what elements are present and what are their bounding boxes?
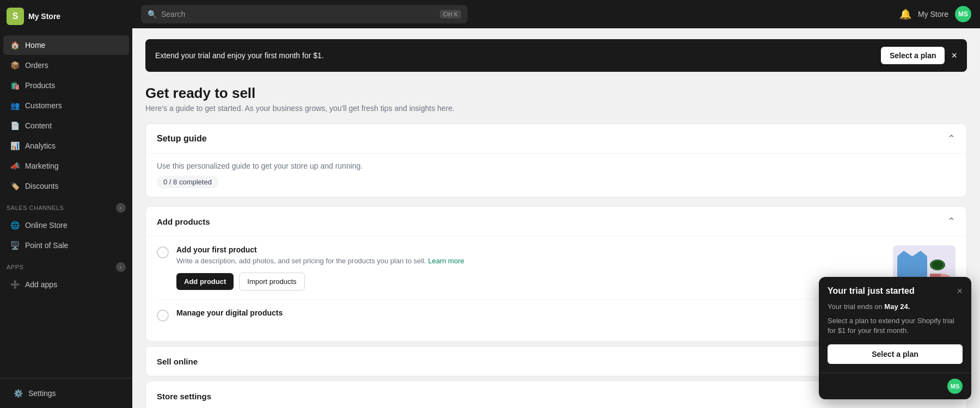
sidebar-item-discounts[interactable]: 🏷️ Discounts: [3, 176, 129, 196]
store-settings-title: Store settings: [157, 392, 211, 401]
sidebar-item-content[interactable]: 📄 Content: [3, 116, 129, 135]
trial-popup-footer: MS: [819, 373, 971, 399]
trial-ends-date: May 24.: [884, 302, 910, 311]
search-bar[interactable]: 🔍 Search Ctrl K: [141, 5, 468, 23]
add-products-title: Add products: [157, 217, 210, 226]
trial-popup-header: Your trial just started ×: [819, 277, 971, 297]
discounts-icon: 🏷️: [10, 181, 20, 191]
sidebar-header: S My Store: [0, 0, 132, 33]
sidebar-item-marketing-label: Marketing: [25, 162, 58, 170]
add-first-product-title: Add your first product: [176, 245, 885, 254]
settings-icon: ⚙️: [13, 388, 23, 398]
orders-icon: 📦: [10, 60, 20, 70]
apps-section: Apps +: [0, 256, 132, 274]
sidebar-item-customers-label: Customers: [25, 101, 62, 110]
sidebar-item-marketing[interactable]: 📣 Marketing: [3, 156, 129, 176]
apps-toggle[interactable]: +: [116, 262, 126, 272]
sidebar-item-home[interactable]: 🏠 Home: [3, 35, 129, 55]
banner-select-plan-button[interactable]: Select a plan: [881, 47, 945, 64]
sales-channels-section: Sales channels +: [0, 196, 132, 215]
completed-text: 0 / 8 completed: [163, 178, 212, 186]
import-products-button[interactable]: Import products: [239, 273, 304, 290]
sidebar-item-orders[interactable]: 📦 Orders: [3, 55, 129, 75]
trial-banner: Extend your trial and enjoy your first m…: [145, 39, 967, 72]
trial-popup-avatar: MS: [947, 379, 963, 394]
sidebar-item-analytics[interactable]: 📊 Analytics: [3, 136, 129, 156]
page-title: Get ready to sell: [145, 85, 967, 102]
add-first-product-actions: Add product Import products: [176, 273, 885, 290]
search-placeholder: Search: [161, 10, 436, 18]
sidebar-item-analytics-label: Analytics: [25, 141, 56, 150]
manage-digital-check-icon: ○: [157, 310, 169, 322]
trial-select-plan-button[interactable]: Select a plan: [828, 344, 963, 364]
sidebar-nav: 🏠 Home 📦 Orders 🛍️ Products 👥 Customers …: [0, 33, 132, 378]
setup-guide-card: Setup guide ⌃ Use this personalized guid…: [145, 123, 967, 197]
search-icon: 🔍: [148, 10, 157, 18]
svg-point-5: [932, 261, 943, 269]
avatar[interactable]: MS: [955, 6, 971, 22]
trial-popup-body: Your trial ends on May 24. Select a plan…: [819, 297, 971, 373]
setup-guide-title: Setup guide: [157, 134, 207, 144]
trial-popup-title: Your trial just started: [828, 286, 915, 296]
setup-guide-description: Use this personalized guide to get your …: [157, 154, 955, 176]
products-icon: 🛍️: [10, 81, 20, 90]
sidebar-item-point-of-sale[interactable]: 🖥️ Point of Sale: [3, 236, 129, 255]
sidebar-item-online-store[interactable]: 🌐 Online Store: [3, 215, 129, 235]
sidebar-item-orders-label: Orders: [25, 61, 48, 70]
setup-guide-body: Use this personalized guide to get your …: [146, 153, 966, 197]
sidebar-item-add-apps-label: Add apps: [25, 280, 57, 289]
learn-more-link[interactable]: Learn more: [428, 257, 464, 265]
sidebar-item-point-of-sale-label: Point of Sale: [25, 241, 68, 250]
content-icon: 📄: [10, 121, 20, 131]
sidebar-item-products-label: Products: [25, 81, 55, 90]
add-first-product-desc: Write a description, add photos, and set…: [176, 256, 885, 266]
sidebar-item-settings[interactable]: ⚙️ Settings: [7, 384, 126, 403]
page-subtitle: Here's a guide to get started. As your b…: [145, 104, 967, 113]
setup-guide-header[interactable]: Setup guide ⌃: [146, 124, 966, 153]
sidebar-item-online-store-label: Online Store: [25, 221, 68, 230]
add-product-button[interactable]: Add product: [176, 273, 234, 290]
sidebar-item-products[interactable]: 🛍️ Products: [3, 76, 129, 95]
banner-close-button[interactable]: ×: [951, 50, 957, 61]
sales-channels-toggle[interactable]: +: [116, 203, 126, 213]
home-icon: 🏠: [10, 40, 20, 50]
shopify-logo-icon: S: [7, 8, 24, 25]
add-apps-icon: ➕: [10, 280, 20, 289]
sidebar-item-content-label: Content: [25, 121, 52, 130]
sidebar: S My Store 🏠 Home 📦 Orders 🛍️ Products 👥…: [0, 0, 132, 408]
point-of-sale-icon: 🖥️: [10, 240, 20, 250]
online-store-icon: 🌐: [10, 220, 20, 230]
completed-badge: 0 / 8 completed: [157, 176, 218, 188]
marketing-icon: 📣: [10, 161, 20, 171]
sell-online-title: Sell online: [157, 357, 198, 366]
customers-icon: 👥: [10, 101, 20, 110]
analytics-icon: 📊: [10, 141, 20, 151]
trial-desc: Select a plan to extend your Shopify tri…: [828, 316, 963, 336]
store-name: My Store: [28, 12, 60, 21]
notification-icon[interactable]: 🔔: [899, 8, 911, 20]
sidebar-item-customers[interactable]: 👥 Customers: [3, 96, 129, 115]
sidebar-item-settings-label: Settings: [28, 389, 56, 398]
banner-text: Extend your trial and enjoy your first m…: [155, 51, 874, 60]
add-first-product-check-icon: ○: [157, 246, 169, 258]
add-products-chevron-icon: ⌃: [947, 215, 955, 227]
sidebar-item-home-label: Home: [25, 41, 45, 50]
sidebar-footer: ⚙️ Settings: [0, 378, 132, 408]
trial-popup: Your trial just started × Your trial end…: [819, 277, 971, 399]
sidebar-item-add-apps[interactable]: ➕ Add apps: [3, 275, 129, 294]
setup-guide-chevron-icon: ⌃: [947, 133, 955, 145]
add-first-product-content: Add your first product Write a descripti…: [176, 245, 885, 290]
topbar: 🔍 Search Ctrl K 🔔 My Store MS: [132, 0, 980, 28]
sidebar-item-discounts-label: Discounts: [25, 182, 58, 190]
store-name-topbar[interactable]: My Store: [918, 10, 948, 18]
add-products-header[interactable]: Add products ⌃: [146, 207, 966, 236]
search-shortcut: Ctrl K: [440, 10, 462, 18]
trial-ends-text: Your trial ends on May 24.: [828, 302, 963, 311]
trial-popup-close-button[interactable]: ×: [957, 286, 963, 297]
topbar-right: 🔔 My Store MS: [899, 6, 971, 22]
